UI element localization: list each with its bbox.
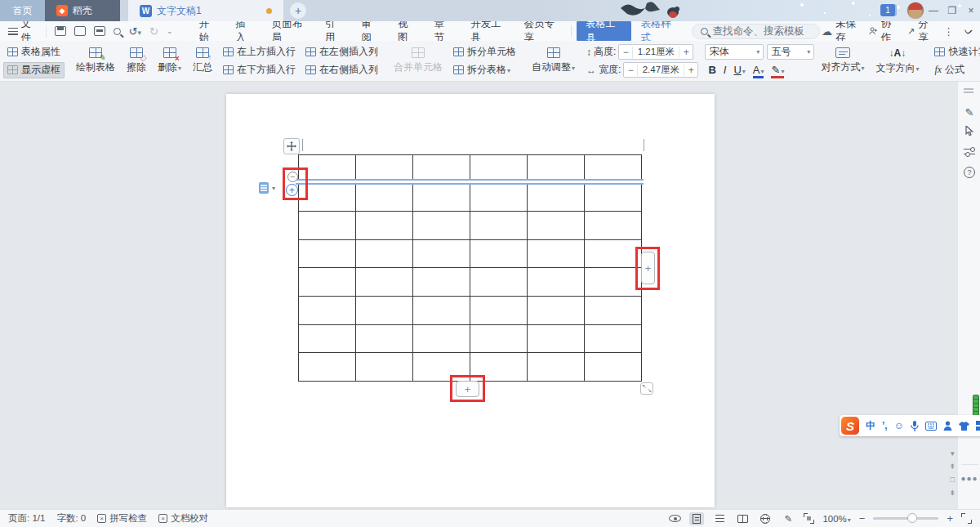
- scroll-up-icon[interactable]: ▾: [949, 449, 956, 458]
- spell-check-toggle[interactable]: ×拼写检查: [97, 512, 147, 525]
- table-cell[interactable]: [528, 353, 585, 382]
- table-cell[interactable]: [356, 184, 413, 212]
- table-cell[interactable]: [413, 325, 470, 354]
- save-icon[interactable]: [55, 26, 66, 36]
- table-cell[interactable]: [528, 297, 585, 325]
- alignment-button[interactable]: 对齐方式▾: [816, 42, 869, 79]
- zoom-in-button[interactable]: +: [947, 512, 953, 525]
- text-direction-button[interactable]: ↓A↓ 文字方向▾: [871, 42, 924, 79]
- height-decrease-button[interactable]: −: [619, 47, 633, 58]
- paste-options-button[interactable]: ▾: [259, 182, 275, 194]
- table-cell[interactable]: [413, 240, 470, 269]
- underline-button[interactable]: U▾: [733, 64, 745, 76]
- emoji-icon[interactable]: ☺: [894, 420, 904, 431]
- browse-object-icon[interactable]: □: [949, 476, 956, 484]
- split-table-button[interactable]: 拆分表格▾: [449, 62, 520, 78]
- show-gridlines-button[interactable]: 显示虚框: [3, 62, 65, 78]
- table-cell[interactable]: [470, 240, 528, 269]
- height-increase-button[interactable]: +: [679, 47, 693, 58]
- help-icon[interactable]: ?: [964, 167, 975, 178]
- more-tools-icon[interactable]: ●●●: [958, 474, 980, 483]
- zoom-slider-thumb[interactable]: [907, 513, 917, 523]
- toolbox-grid-icon[interactable]: [976, 421, 980, 431]
- table-cell[interactable]: [356, 268, 413, 297]
- width-value[interactable]: 2.47厘米: [638, 64, 684, 76]
- autofit-button[interactable]: 自动调整▾: [527, 42, 580, 79]
- message-count-badge[interactable]: 1: [880, 4, 895, 16]
- table-cell[interactable]: [585, 184, 642, 212]
- table-cell[interactable]: [356, 240, 413, 269]
- table-cell[interactable]: [585, 325, 642, 354]
- table-cell[interactable]: [528, 268, 585, 297]
- table-cell[interactable]: [299, 353, 356, 382]
- table-cell[interactable]: [528, 240, 585, 269]
- insert-row-below-button[interactable]: 在下方插入行: [219, 62, 300, 78]
- table-cell[interactable]: [585, 240, 642, 269]
- width-stepper[interactable]: −2.47厘米+: [623, 62, 698, 78]
- user-avatar[interactable]: [906, 2, 924, 20]
- account-icon[interactable]: [943, 421, 952, 431]
- undo-icon[interactable]: ↺▾: [129, 25, 141, 38]
- sogou-logo[interactable]: S: [841, 417, 859, 435]
- export-icon[interactable]: [74, 26, 86, 36]
- voice-input-icon[interactable]: [911, 421, 919, 431]
- italic-button[interactable]: I: [724, 64, 727, 76]
- close-button[interactable]: ×: [965, 5, 977, 16]
- settings-sliders-icon[interactable]: [964, 147, 975, 155]
- table-properties-button[interactable]: 表格属性: [3, 44, 65, 60]
- table-cell[interactable]: [470, 325, 528, 354]
- punctuation-icon[interactable]: ’,: [882, 420, 888, 431]
- table-resize-handle[interactable]: ↖↘: [640, 382, 653, 395]
- customize-qat-icon[interactable]: ⌄: [167, 27, 173, 35]
- width-decrease-button[interactable]: −: [624, 65, 638, 76]
- table-cell[interactable]: [585, 268, 642, 297]
- table-cell[interactable]: [585, 297, 642, 325]
- table-cell[interactable]: [299, 268, 356, 297]
- table-cell[interactable]: [413, 297, 470, 325]
- tab-document[interactable]: W 文字文稿1: [128, 0, 283, 21]
- delete-button[interactable]: ×删除▾: [153, 42, 186, 79]
- table-cell[interactable]: [470, 268, 528, 297]
- document-page[interactable]: ▾ − + + + ↖↘: [226, 94, 715, 507]
- restore-button[interactable]: ❐: [947, 5, 958, 16]
- redo-icon[interactable]: ↻: [149, 25, 158, 38]
- table-cell[interactable]: [299, 297, 356, 325]
- table-cell[interactable]: [299, 240, 356, 269]
- tab-docer[interactable]: ◆ 稻壳: [45, 0, 120, 21]
- insert-col-left-button[interactable]: 在左侧插入列: [301, 44, 382, 60]
- quick-pen-icon[interactable]: ✎: [958, 106, 980, 118]
- view-outline-button[interactable]: [712, 512, 727, 525]
- more-options-icon[interactable]: ⋮: [943, 25, 955, 38]
- view-read-button[interactable]: [735, 512, 750, 525]
- word-count[interactable]: 字数: 0: [56, 512, 86, 525]
- scrollbar-thumb[interactable]: [964, 88, 973, 90]
- view-write-button[interactable]: ✎: [781, 512, 795, 525]
- font-color-button[interactable]: A▾: [753, 64, 764, 76]
- next-page-icon[interactable]: ⇟: [949, 489, 956, 497]
- proofread-toggle[interactable]: ×文档校对: [158, 512, 208, 525]
- formula-button[interactable]: fx公式: [930, 62, 980, 78]
- table-cell[interactable]: [470, 297, 528, 325]
- table-cell[interactable]: [413, 212, 470, 240]
- table-cell[interactable]: [413, 268, 470, 297]
- view-page-button[interactable]: [689, 512, 704, 525]
- keyboard-icon[interactable]: [925, 422, 937, 431]
- eye-protect-icon[interactable]: [669, 515, 681, 522]
- highlight-button[interactable]: ✎▾: [771, 64, 784, 76]
- table-cell[interactable]: [528, 325, 585, 354]
- print-icon[interactable]: [94, 26, 105, 36]
- print-preview-icon[interactable]: [114, 28, 121, 35]
- width-increase-button[interactable]: +: [684, 65, 697, 76]
- insert-row-above-button[interactable]: 在上方插入行: [219, 44, 300, 60]
- previous-page-icon[interactable]: ⇞: [949, 462, 956, 471]
- fit-page-icon[interactable]: [804, 513, 814, 524]
- tab-home[interactable]: 首页: [0, 0, 45, 21]
- table-cell[interactable]: [356, 353, 413, 382]
- font-size-select[interactable]: 五号▾: [767, 44, 814, 60]
- erase-button[interactable]: ◇擦除: [122, 42, 151, 79]
- split-cells-button[interactable]: 拆分单元格: [449, 44, 520, 60]
- height-value[interactable]: 1.21厘米: [633, 46, 679, 58]
- table-cell[interactable]: [356, 297, 413, 325]
- table-cell[interactable]: [299, 325, 356, 354]
- height-stepper[interactable]: −1.21厘米+: [618, 44, 693, 60]
